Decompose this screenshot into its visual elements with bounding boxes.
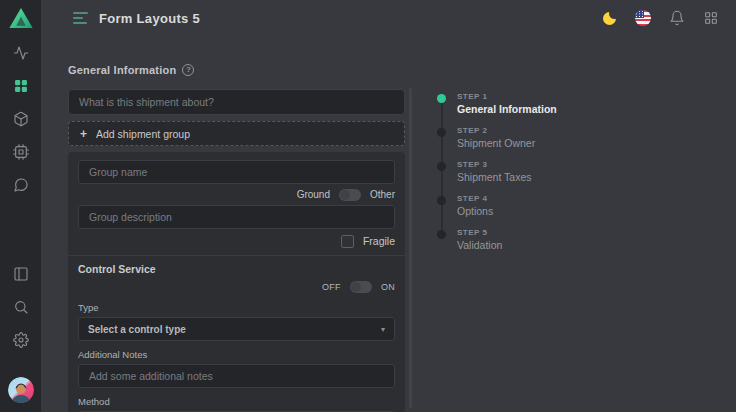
stepper-step-2[interactable]: STEP 2 Shipment Owner bbox=[437, 126, 607, 149]
step-dot bbox=[437, 230, 446, 239]
control-service-toggle-row: OFF ON bbox=[78, 280, 395, 293]
language-flag-icon[interactable] bbox=[635, 10, 651, 26]
stepper-step-4[interactable]: STEP 4 Options bbox=[437, 194, 607, 217]
group-name-input[interactable] bbox=[78, 160, 395, 184]
plus-icon: + bbox=[80, 128, 87, 140]
section-heading: General Information ? bbox=[68, 64, 405, 76]
ship-method-toggle-row: Ground Other bbox=[78, 188, 395, 201]
sidebar-nav-bottom bbox=[8, 266, 34, 403]
stepper-step-1[interactable]: STEP 1 General Information bbox=[437, 92, 607, 115]
chat-icon[interactable] bbox=[13, 177, 29, 193]
help-icon[interactable]: ? bbox=[182, 64, 194, 76]
step-label: STEP 4 bbox=[457, 194, 607, 203]
fragile-row: Fragile bbox=[78, 234, 395, 248]
top-header: Form Layouts 5 bbox=[41, 0, 736, 36]
additional-notes-input[interactable] bbox=[78, 364, 395, 388]
fragile-checkbox[interactable] bbox=[341, 235, 354, 248]
control-type-value: Select a control type bbox=[88, 324, 186, 335]
add-shipment-group-label: Add shipment group bbox=[96, 128, 190, 140]
apps-grid-icon[interactable] bbox=[13, 78, 29, 94]
form-scrollbar[interactable] bbox=[409, 88, 412, 408]
control-service-title: Control Service bbox=[78, 263, 395, 275]
toggle-right-label: Other bbox=[370, 189, 395, 200]
step-title: Shipment Owner bbox=[457, 137, 607, 149]
menu-hamburger-icon[interactable] bbox=[73, 12, 88, 24]
card-divider bbox=[68, 255, 405, 256]
notifications-bell-icon[interactable] bbox=[669, 10, 685, 26]
cpu-icon[interactable] bbox=[13, 144, 29, 160]
form-layout-main: General Information ? + Add shipment gro… bbox=[68, 64, 405, 412]
add-shipment-group-button[interactable]: + Add shipment group bbox=[68, 121, 405, 146]
sidebar bbox=[0, 0, 41, 412]
step-dot bbox=[437, 196, 446, 205]
toggle-left-label: Ground bbox=[297, 189, 330, 200]
step-dot-active bbox=[437, 94, 446, 103]
page-title: Form Layouts 5 bbox=[99, 11, 200, 26]
off-on-toggle[interactable] bbox=[350, 281, 372, 293]
on-label: ON bbox=[381, 282, 395, 292]
off-label: OFF bbox=[322, 282, 341, 292]
group-description-input[interactable] bbox=[78, 205, 395, 229]
theme-moon-icon[interactable] bbox=[601, 10, 617, 26]
settings-gear-icon[interactable] bbox=[13, 332, 29, 348]
chevron-down-icon: ▾ bbox=[381, 325, 385, 334]
sidebar-nav-top bbox=[13, 45, 29, 193]
apps-launcher-icon[interactable] bbox=[703, 10, 719, 26]
step-title: Validation bbox=[457, 239, 607, 251]
stepper-step-3[interactable]: STEP 3 Shipment Taxes bbox=[437, 160, 607, 183]
step-title: Options bbox=[457, 205, 607, 217]
wizard-stepper: STEP 1 General Information STEP 2 Shipme… bbox=[437, 92, 607, 262]
method-label: Method bbox=[78, 396, 395, 407]
step-dot bbox=[437, 128, 446, 137]
step-label: STEP 3 bbox=[457, 160, 607, 169]
type-label: Type bbox=[78, 302, 395, 313]
cube-icon[interactable] bbox=[13, 111, 29, 127]
app-logo-icon[interactable] bbox=[6, 4, 36, 32]
user-avatar[interactable] bbox=[8, 377, 34, 403]
step-title: General Information bbox=[457, 103, 607, 115]
stepper-step-5[interactable]: STEP 5 Validation bbox=[437, 228, 607, 251]
step-dot bbox=[437, 162, 446, 171]
activity-icon[interactable] bbox=[13, 45, 29, 61]
step-label: STEP 1 bbox=[457, 92, 607, 101]
step-title: Shipment Taxes bbox=[457, 171, 607, 183]
control-type-select[interactable]: Select a control type ▾ bbox=[78, 317, 395, 341]
step-label: STEP 2 bbox=[457, 126, 607, 135]
section-heading-text: General Information bbox=[68, 64, 176, 76]
layout-icon[interactable] bbox=[13, 266, 29, 282]
shipment-group-card: Ground Other Fragile Control Service OFF… bbox=[68, 152, 405, 412]
fragile-label: Fragile bbox=[363, 235, 395, 247]
ground-other-toggle[interactable] bbox=[339, 189, 361, 201]
notes-label: Additional Notes bbox=[78, 349, 395, 360]
header-actions bbox=[601, 10, 719, 26]
shipment-about-input[interactable] bbox=[68, 89, 405, 115]
search-icon[interactable] bbox=[13, 299, 29, 315]
step-label: STEP 5 bbox=[457, 228, 607, 237]
